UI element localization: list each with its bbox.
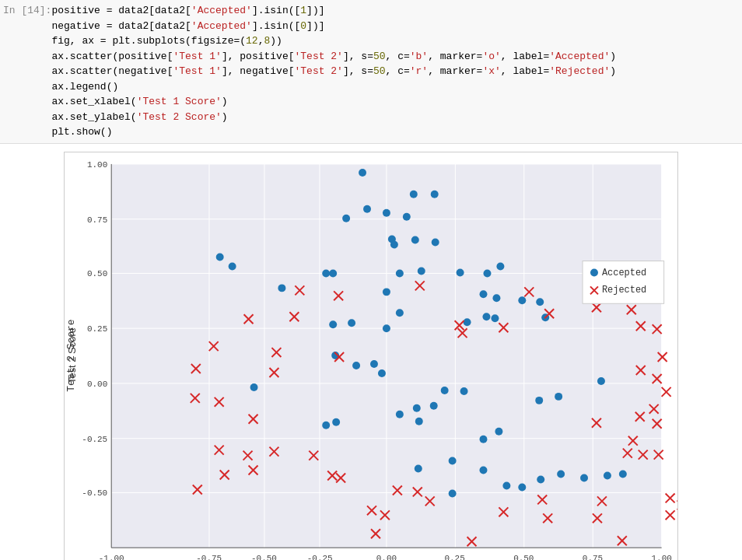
svg-point-13 (329, 269, 337, 277)
svg-point-11 (216, 253, 224, 261)
chart-container: -1.00 -0.75 -0.50 -0.25 0.00 0.25 0.50 0… (64, 152, 678, 561)
code-line-6: ax.legend() (51, 79, 616, 95)
code-line-8: ax.set_ylabel('Test 2 Score') (51, 110, 616, 125)
code-line-7: ax.set_xlabel('Test 1 Score') (51, 94, 616, 110)
svg-point-5 (403, 212, 411, 220)
svg-point-6 (342, 214, 350, 222)
svg-point-45 (430, 401, 438, 409)
legend-accepted-icon (590, 268, 598, 276)
cell-label: In [14]: (3, 3, 51, 140)
svg-point-32 (348, 319, 355, 327)
svg-point-37 (378, 369, 386, 377)
chart-svg: -1.00 -0.75 -0.50 -0.25 0.00 0.25 0.50 0… (65, 152, 677, 561)
svg-point-59 (619, 470, 627, 478)
x-tick-label: 0.50 (513, 554, 534, 560)
y-tick-label: -0.50 (82, 488, 107, 498)
svg-point-55 (537, 475, 544, 483)
svg-point-4 (383, 208, 390, 216)
x-tick-label: 1.00 (652, 554, 672, 560)
code-block: In [14]: positive = data2[data2['Accepte… (0, 0, 742, 144)
svg-point-53 (449, 457, 457, 464)
y-tick-label: 0.25 (87, 324, 107, 334)
svg-point-9 (432, 238, 439, 246)
svg-point-35 (352, 362, 360, 369)
svg-point-39 (441, 386, 449, 394)
svg-point-26 (396, 309, 404, 317)
svg-point-0 (359, 168, 366, 176)
svg-point-23 (492, 294, 500, 302)
y-axis-label-text: Test 2 Score (66, 327, 78, 383)
svg-point-44 (413, 404, 421, 411)
x-tick-label: -0.25 (307, 554, 333, 560)
svg-point-25 (536, 298, 544, 306)
y-tick-label: 0.75 (87, 215, 107, 224)
x-tick-label: 0.75 (583, 554, 603, 560)
code-line-3: fig, ax = plt.subplots(figsize=(12,8)) (51, 33, 616, 49)
svg-point-19 (322, 269, 330, 277)
svg-point-61 (518, 483, 526, 491)
svg-point-14 (396, 269, 404, 277)
svg-point-33 (383, 324, 390, 332)
svg-point-1 (410, 190, 418, 198)
svg-point-24 (518, 296, 526, 304)
svg-point-36 (370, 360, 378, 368)
svg-point-16 (457, 268, 464, 276)
legend-accepted-label: Accepted (602, 268, 646, 278)
svg-point-21 (383, 288, 390, 296)
svg-point-56 (557, 470, 565, 478)
svg-point-17 (483, 269, 491, 277)
x-tick-label: -1.00 (99, 554, 124, 560)
svg-point-20 (278, 284, 285, 292)
svg-point-8 (411, 236, 419, 243)
code-line-5: ax.scatter(negative['Test 1'], negative[… (51, 64, 616, 79)
legend-rejected-label: Rejected (602, 285, 646, 296)
svg-point-27 (482, 313, 490, 320)
svg-point-43 (597, 376, 605, 384)
svg-point-28 (491, 314, 499, 322)
svg-point-46 (396, 410, 404, 418)
y-tick-label: 0.50 (87, 269, 107, 278)
svg-point-49 (332, 418, 340, 425)
svg-point-42 (555, 392, 562, 400)
svg-point-50 (495, 427, 502, 435)
x-tick-label: 0.00 (376, 554, 397, 560)
svg-point-15 (418, 267, 425, 275)
svg-point-2 (431, 190, 439, 198)
svg-point-51 (480, 435, 488, 443)
svg-point-10 (390, 240, 398, 248)
svg-point-12 (229, 262, 236, 270)
code-line-1: positive = data2[data2['Accepted'].isin(… (51, 3, 616, 19)
chart-area: -1.00 -0.75 -0.50 -0.25 0.00 0.25 0.50 0… (0, 144, 742, 561)
code-line-9: plt.show() (51, 124, 616, 140)
code-lines: positive = data2[data2['Accepted'].isin(… (51, 3, 616, 140)
x-tick-label: -0.50 (251, 554, 277, 560)
x-tick-label: -0.75 (196, 554, 222, 560)
svg-point-38 (250, 383, 258, 390)
svg-point-31 (329, 320, 337, 328)
svg-point-48 (322, 421, 330, 429)
svg-point-60 (502, 481, 510, 489)
svg-point-62 (449, 489, 457, 497)
code-line-2: negative = data2[data2['Accepted'].isin(… (51, 19, 616, 34)
x-tick-label: 0.25 (444, 554, 464, 560)
y-tick-label: 0.00 (87, 379, 107, 388)
svg-point-3 (363, 205, 371, 212)
svg-point-29 (464, 318, 471, 326)
svg-point-58 (604, 471, 611, 479)
svg-point-57 (580, 474, 588, 481)
svg-point-54 (480, 466, 488, 474)
svg-point-52 (415, 464, 422, 472)
svg-point-47 (415, 417, 423, 425)
y-tick-label: -0.25 (82, 434, 107, 443)
svg-point-40 (460, 387, 468, 394)
svg-point-18 (496, 262, 504, 270)
code-line-prefix: In [14]: positive = data2[data2['Accepte… (0, 3, 742, 140)
svg-point-41 (535, 396, 543, 404)
code-line-4: ax.scatter(positive['Test 1'], positive[… (51, 49, 616, 65)
y-tick-label: 1.00 (87, 159, 107, 169)
svg-point-22 (480, 290, 488, 298)
